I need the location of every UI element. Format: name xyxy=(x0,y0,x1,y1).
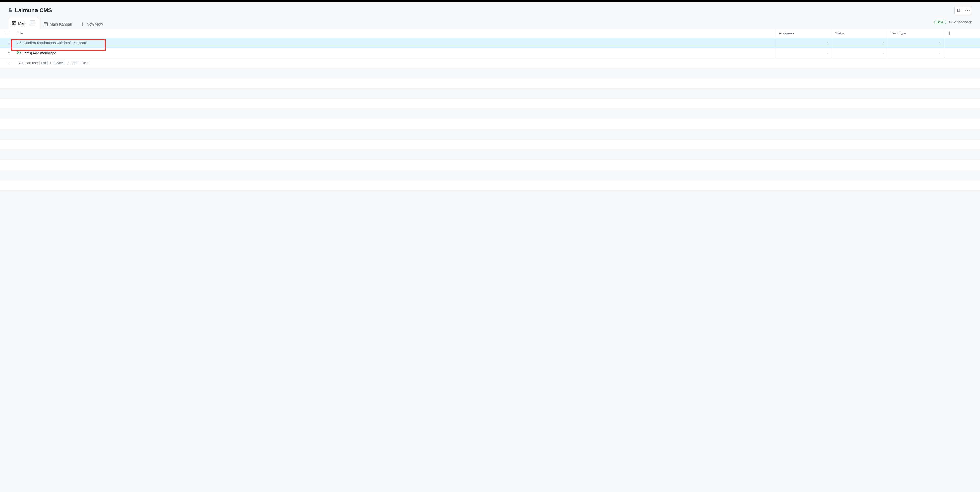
open-issue-icon xyxy=(17,51,21,56)
caret-down-icon xyxy=(826,52,829,54)
table-container: Title Assignees Status Task Type 1 Confi… xyxy=(0,29,980,68)
row-title-text: Confirm requirments with business team xyxy=(24,41,87,45)
tabs-right: Beta Give feedback xyxy=(934,20,972,26)
table-row[interactable]: 1 Confirm requirments with business team xyxy=(0,38,980,48)
cell-end xyxy=(944,38,980,48)
plus-icon xyxy=(947,31,951,35)
plus-icon xyxy=(80,22,84,26)
cell-task-type[interactable] xyxy=(888,48,944,58)
caret-down-icon xyxy=(882,41,885,44)
caret-down-icon xyxy=(826,41,829,44)
tab-main[interactable]: Main xyxy=(8,18,39,29)
page-header: Laimuna CMS xyxy=(0,2,980,18)
column-header-assignees[interactable]: Assignees xyxy=(776,29,832,38)
beta-badge: Beta xyxy=(934,20,946,24)
row-number: 2 xyxy=(0,48,14,58)
cell-end xyxy=(944,48,980,58)
tab-new-view[interactable]: New view xyxy=(77,19,107,29)
plus-icon xyxy=(7,61,11,65)
empty-rows-area xyxy=(0,68,980,191)
table-icon xyxy=(12,21,16,25)
cell-assignees[interactable] xyxy=(776,38,832,48)
tab-kanban-label: Main Kanban xyxy=(50,22,72,26)
svg-point-2 xyxy=(18,52,19,53)
tab-new-view-label: New view xyxy=(86,22,103,26)
header-right xyxy=(955,6,972,15)
project-title: Laimuna CMS xyxy=(15,7,52,14)
tabs-row: Main Main Kanban New view Beta Give feed… xyxy=(0,18,980,29)
cell-status[interactable] xyxy=(832,48,888,58)
filter-icon xyxy=(5,31,9,35)
row-title-text: [cms] Add monorepo xyxy=(24,51,56,55)
cell-task-type[interactable] xyxy=(888,38,944,48)
cell-title[interactable]: [cms] Add monorepo xyxy=(14,48,776,58)
add-item-row[interactable]: You can use Ctrl + Space to add an item xyxy=(0,58,980,68)
column-header-status[interactable]: Status xyxy=(832,29,888,38)
table-icon xyxy=(44,22,48,26)
header-left: Laimuna CMS xyxy=(8,7,52,14)
cell-assignees[interactable] xyxy=(776,48,832,58)
column-header-title[interactable]: Title xyxy=(14,29,776,38)
tab-kanban[interactable]: Main Kanban xyxy=(40,19,76,29)
add-item-hint: You can use Ctrl + Space to add an item xyxy=(18,61,89,65)
feedback-link[interactable]: Give feedback xyxy=(949,20,972,24)
panel-toggle-button[interactable] xyxy=(955,6,963,15)
row-number: 1 xyxy=(0,38,14,48)
caret-down-icon xyxy=(939,52,941,54)
caret-down-icon xyxy=(882,52,885,54)
svg-point-0 xyxy=(18,41,21,44)
add-column-button[interactable] xyxy=(944,29,980,38)
tab-main-dropdown[interactable] xyxy=(30,21,35,26)
kbd-space: Space xyxy=(53,61,65,65)
filter-button[interactable] xyxy=(0,29,14,38)
column-header-task-type[interactable]: Task Type xyxy=(888,29,944,38)
tabs-left: Main Main Kanban New view xyxy=(8,18,107,29)
tab-main-label: Main xyxy=(18,21,27,25)
table-row[interactable]: 2 [cms] Add monorepo xyxy=(0,48,980,58)
table-header: Title Assignees Status Task Type xyxy=(0,29,980,38)
kbd-ctrl: Ctrl xyxy=(39,61,48,65)
cell-status[interactable] xyxy=(832,38,888,48)
caret-down-icon xyxy=(939,41,941,44)
lock-icon xyxy=(8,8,12,13)
more-options-button[interactable] xyxy=(963,6,972,15)
cell-title[interactable]: Confirm requirments with business team xyxy=(14,38,776,48)
caret-down-icon xyxy=(31,22,34,24)
draft-issue-icon xyxy=(17,40,21,45)
